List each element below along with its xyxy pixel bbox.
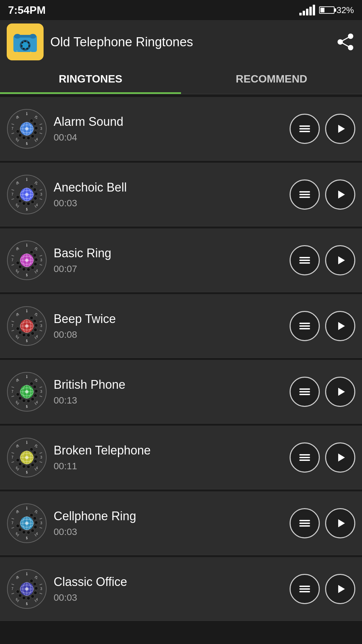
svg-text:8: 8	[16, 379, 18, 382]
ringtone-info: British Phone 00:13	[54, 378, 283, 406]
svg-point-302	[27, 596, 30, 600]
svg-text:1: 1	[26, 112, 28, 115]
list-item: 1 2 3 4 5 6 7 8 Cellphone Ring 00:03	[0, 491, 362, 555]
menu-button[interactable]	[290, 442, 320, 473]
svg-text:7: 7	[11, 587, 13, 591]
svg-marker-95	[338, 191, 345, 199]
svg-point-265	[22, 530, 25, 534]
share-button[interactable]	[335, 32, 355, 52]
play-icon	[332, 121, 348, 137]
ringtone-actions	[290, 311, 355, 341]
svg-point-145	[30, 316, 33, 319]
svg-point-235	[25, 456, 28, 459]
menu-button[interactable]	[290, 311, 320, 341]
svg-text:5: 5	[26, 536, 28, 540]
svg-point-189	[22, 399, 25, 402]
svg-text:6: 6	[16, 400, 18, 404]
svg-point-115	[16, 261, 19, 264]
play-button[interactable]	[325, 114, 355, 144]
menu-icon	[297, 318, 313, 334]
ringtone-thumbnail: 1 2 3 4 5 6 7 8	[7, 437, 47, 478]
svg-marker-209	[338, 388, 345, 396]
svg-marker-285	[338, 519, 345, 527]
svg-text:5: 5	[26, 142, 28, 146]
svg-point-305	[16, 590, 19, 593]
svg-point-149	[31, 332, 34, 335]
svg-text:1: 1	[26, 243, 28, 247]
menu-button[interactable]	[290, 508, 320, 538]
play-button[interactable]	[325, 245, 355, 275]
play-button[interactable]	[325, 574, 355, 604]
menu-button[interactable]	[290, 114, 320, 144]
svg-text:2: 2	[36, 247, 38, 251]
battery-icon	[319, 6, 335, 14]
svg-text:6: 6	[16, 532, 18, 536]
ringtone-actions	[290, 245, 355, 275]
svg-point-259	[30, 513, 33, 517]
svg-text:7: 7	[11, 324, 13, 328]
ringtone-name: Anechoic Bell	[54, 180, 283, 195]
svg-point-151	[22, 333, 25, 336]
play-icon	[332, 186, 348, 203]
svg-text:3: 3	[40, 324, 42, 328]
svg-point-301	[31, 595, 34, 598]
play-icon	[332, 252, 348, 268]
play-icon	[332, 581, 348, 597]
svg-text:7: 7	[11, 455, 13, 459]
list-item: 1 2 3 4 5 6 7 8 Beep Twice 00:08	[0, 294, 362, 358]
svg-text:7: 7	[11, 193, 13, 196]
svg-text:♫: ♫	[15, 49, 18, 54]
svg-text:2: 2	[36, 576, 38, 580]
play-icon	[332, 515, 348, 531]
svg-text:3: 3	[40, 127, 42, 130]
menu-button[interactable]	[290, 574, 320, 604]
list-item: 1 2 3 4 5 6 7 8 Anechoic Bell 00:03	[0, 163, 362, 226]
play-button[interactable]	[325, 311, 355, 341]
svg-point-75	[22, 202, 25, 205]
svg-rect-3	[17, 35, 33, 38]
ringtone-actions	[290, 179, 355, 210]
app-header: ♪ ♫ Old Telephone Ringtones	[0, 20, 362, 64]
svg-point-32	[33, 122, 37, 125]
svg-point-34	[34, 131, 37, 134]
play-button[interactable]	[325, 508, 355, 538]
svg-text:4: 4	[36, 269, 38, 273]
svg-text:2: 2	[36, 510, 38, 514]
play-button[interactable]	[325, 179, 355, 210]
ringtone-name: Alarm Sound	[54, 115, 283, 129]
svg-text:5: 5	[26, 602, 28, 606]
play-button[interactable]	[325, 442, 355, 473]
svg-point-225	[31, 463, 34, 467]
tab-recommend[interactable]: RECOMMEND	[181, 64, 362, 94]
svg-point-114	[18, 265, 22, 268]
play-icon	[332, 384, 348, 400]
telephone-icon: ♪ ♫	[10, 27, 40, 57]
svg-point-297	[30, 579, 33, 582]
menu-button[interactable]	[290, 179, 320, 210]
svg-text:7: 7	[11, 258, 13, 262]
svg-text:1: 1	[26, 440, 28, 444]
ringtone-actions	[290, 377, 355, 407]
ringtone-duration: 00:03	[54, 198, 283, 209]
ringtone-thumbnail: 1 2 3 4 5 6 7 8	[7, 109, 47, 149]
svg-text:6: 6	[16, 138, 18, 141]
ringtone-duration: 00:07	[54, 264, 283, 274]
list-item: 1 2 3 4 5 6 7 8 Classic Office 00:03	[0, 557, 362, 621]
svg-text:3: 3	[40, 258, 42, 262]
play-button[interactable]	[325, 377, 355, 407]
svg-point-226	[27, 465, 30, 468]
svg-point-266	[18, 528, 22, 531]
svg-text:6: 6	[16, 269, 18, 273]
svg-point-222	[33, 451, 37, 454]
svg-text:5: 5	[26, 208, 28, 211]
battery-indicator: 32%	[319, 5, 354, 15]
svg-text:4: 4	[36, 466, 38, 470]
svg-point-229	[16, 458, 19, 462]
svg-point-186	[34, 394, 37, 397]
svg-text:1: 1	[26, 506, 28, 510]
play-icon	[332, 318, 348, 334]
menu-button[interactable]	[290, 377, 320, 407]
svg-point-183	[30, 382, 33, 385]
menu-button[interactable]	[290, 245, 320, 275]
tab-ringtones[interactable]: RINGTONES	[0, 64, 181, 94]
